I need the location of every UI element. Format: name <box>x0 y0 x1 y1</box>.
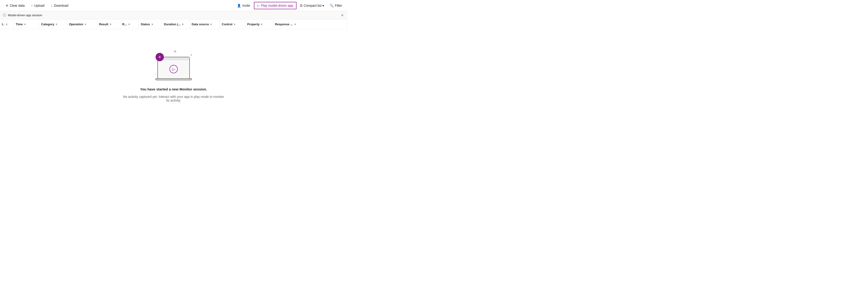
col-time-label: Time <box>16 23 23 26</box>
chevron-down-icon: ∨ <box>234 23 236 26</box>
col-duration-label: Duration (... <box>164 23 181 26</box>
col-control-label: Control <box>222 23 232 26</box>
column-header-time[interactable]: Time ∨ <box>14 20 39 29</box>
filter-button[interactable]: 🔍 Filter <box>327 2 344 9</box>
chevron-down-icon: ∨ <box>182 23 184 26</box>
invite-button[interactable]: 👤 Invite <box>234 2 253 9</box>
download-icon: ↓ <box>51 4 53 7</box>
main-toolbar: ✕ Clear data ↑ Upload ↓ Download 👤 Invit… <box>0 0 347 11</box>
toolbar-right-group: 👤 Invite ▷ Play model-driven app ☰ Compa… <box>234 2 344 9</box>
list-icon: ☰ <box>300 4 303 7</box>
add-circle-icon: + <box>156 53 164 61</box>
empty-state-title: You have started a new Monitor session. <box>140 87 207 91</box>
laptop-base <box>156 78 192 80</box>
chevron-down-icon: ∨ <box>56 23 57 26</box>
laptop-screen-content: ▷ <box>158 60 189 78</box>
column-header-response[interactable]: Response ... ∨ <box>273 20 347 29</box>
download-label: Download <box>54 4 68 7</box>
column-header-status[interactable]: Status ∨ <box>139 20 162 29</box>
column-header-property[interactable]: Property ∨ <box>245 20 273 29</box>
col-status-label: Status <box>141 23 150 26</box>
sparkle-plus-icon: + <box>190 53 192 57</box>
filter-label: Filter <box>335 4 342 7</box>
info-bar-close-button[interactable]: × <box>340 12 344 18</box>
col-datasource-label: Data source <box>192 23 209 26</box>
upload-icon: ↑ <box>31 4 33 7</box>
column-header-row: I.. ∨ Time ∨ Category ∨ Operation ∨ Resu… <box>0 20 347 29</box>
column-header-result[interactable]: Result ∨ <box>97 20 120 29</box>
person-icon: 👤 <box>237 4 241 7</box>
upload-button[interactable]: ↑ Upload <box>28 2 47 9</box>
chevron-down-icon: ▾ <box>322 4 324 7</box>
chevron-down-icon: ∨ <box>24 23 26 26</box>
play-icon: ▷ <box>257 4 260 7</box>
compact-list-button[interactable]: ☰ Compact list ▾ <box>298 2 327 9</box>
play-model-driven-app-button[interactable]: ▷ Play model-driven app <box>254 2 297 9</box>
empty-state: + ╱ + ▷ You have started a new Monitor s… <box>0 29 347 119</box>
info-bar-text: Model-driven app session <box>8 13 42 17</box>
close-icon: ✕ <box>5 4 8 7</box>
info-icon: ⓘ <box>3 13 6 18</box>
col-response-label: Response ... <box>275 23 293 26</box>
column-header-operation[interactable]: Operation ∨ <box>67 20 97 29</box>
toolbar-left-group: ✕ Clear data ↑ Upload ↓ Download <box>3 2 232 9</box>
chevron-down-icon: ∨ <box>110 23 111 26</box>
compact-list-label: Compact list <box>304 4 321 7</box>
column-header-duration[interactable]: Duration (... ∨ <box>162 20 190 29</box>
chevron-down-icon: ∨ <box>294 23 296 26</box>
col-result-label: Result <box>99 23 108 26</box>
col-operation-label: Operation <box>69 23 83 26</box>
filter-icon: 🔍 <box>330 4 334 7</box>
column-header-control[interactable]: Control ∨ <box>220 20 245 29</box>
col-r-label: R... <box>122 23 127 26</box>
chevron-down-icon: ∨ <box>151 23 153 26</box>
chevron-down-icon: ∨ <box>85 23 86 26</box>
download-button[interactable]: ↓ Download <box>48 2 71 9</box>
invite-label: Invite <box>242 4 250 7</box>
col-property-label: Property <box>247 23 259 26</box>
upload-label: Upload <box>34 4 44 7</box>
column-header-datasource[interactable]: Data source ∨ <box>190 20 220 29</box>
play-btn-label: Play model-driven app <box>261 4 293 7</box>
clear-data-label: Clear data <box>10 4 25 7</box>
col-id-label: I.. <box>2 23 4 26</box>
sparkle-slash-icon: ╱ <box>155 73 156 75</box>
chevron-down-icon: ∨ <box>261 23 262 26</box>
empty-state-illustration: + ╱ + ▷ <box>151 46 197 83</box>
clear-data-button[interactable]: ✕ Clear data <box>3 2 28 9</box>
info-bar: ⓘ Model-driven app session × <box>0 11 347 20</box>
sparkle-decoration <box>174 51 176 52</box>
play-circle-icon: ▷ <box>169 65 178 73</box>
column-header-category[interactable]: Category ∨ <box>39 20 67 29</box>
main-content-area: + ╱ + ▷ You have started a new Monitor s… <box>0 29 347 119</box>
empty-state-subtitle: No activity captured yet. Interact with … <box>123 95 224 102</box>
chevron-down-icon: ∨ <box>6 23 7 26</box>
col-category-label: Category <box>41 23 54 26</box>
column-header-id[interactable]: I.. ∨ <box>0 20 14 29</box>
chevron-down-icon: ∨ <box>210 23 212 26</box>
column-header-r[interactable]: R... ∨ <box>120 20 139 29</box>
chevron-down-icon: ∨ <box>128 23 130 26</box>
